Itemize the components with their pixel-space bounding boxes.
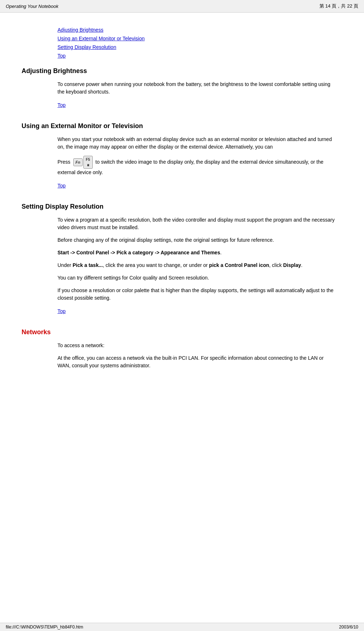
display-resolution-paragraph-3: You can try different settings for Color… — [57, 274, 335, 282]
section-heading-display-resolution: Setting Display Resolution — [22, 203, 342, 210]
start-control-panel-text: Start -> Control Panel -> Pick a categor… — [57, 250, 220, 255]
external-monitor-paragraph: When you start your notebook with an ext… — [57, 136, 335, 151]
section-heading-brightness: Adjusting Brightness — [22, 67, 342, 75]
pick-control-panel-bold: pick a Control Panel icon — [209, 262, 269, 268]
toc-link-display-resolution[interactable]: Setting Display Resolution — [57, 44, 342, 50]
keyboard-shortcut: Fn F5🖥 — [73, 156, 93, 169]
header-page: 第 14 頁，共 22 頁 — [319, 3, 358, 9]
brightness-paragraph: To conserve power when running your note… — [57, 81, 335, 96]
top-link-display-resolution[interactable]: Top — [57, 308, 66, 314]
page-footer: file:///C:\WINDOWS\TEMP\_hb84F0.htm 2003… — [0, 623, 364, 631]
toc-link-external-monitor[interactable]: Using an External Monitor or Television — [57, 36, 342, 41]
press-text-after: to switch the video image to the display… — [57, 159, 323, 175]
section-body-display-resolution: To view a program at a specific resoluti… — [57, 216, 335, 320]
main-content: Adjusting Brightness Using an External M… — [0, 13, 364, 382]
display-resolution-paragraph-2: Before changing any of the original disp… — [57, 236, 335, 244]
pick-task-bold: Pick a task... — [73, 262, 103, 268]
press-text-before: Press — [57, 159, 72, 165]
display-resolution-paragraph-1: To view a program at a specific resoluti… — [57, 216, 335, 231]
fn-key: Fn — [73, 158, 83, 167]
section-heading-external-monitor: Using an External Monitor or Television — [22, 122, 342, 130]
display-resolution-bold-paragraph: Start -> Control Panel -> Pick a categor… — [57, 249, 335, 257]
footer-url: file:///C:\WINDOWS\TEMP\_hb84F0.htm — [6, 625, 83, 630]
footer-date: 2003/6/10 — [339, 625, 358, 630]
section-body-external-monitor: When you start your notebook with an ext… — [57, 136, 335, 194]
bold-paragraph-suffix: . — [220, 250, 222, 255]
section-body-networks: To access a network: At the office, you … — [57, 342, 335, 369]
toc-link-adjusting-brightness[interactable]: Adjusting Brightness — [57, 27, 342, 33]
networks-paragraph-2: At the office, you can access a network … — [57, 354, 335, 369]
pick-task-paragraph: Under Pick a task..., click the area you… — [57, 262, 335, 269]
header-title: Operating Your Notebook — [6, 4, 58, 9]
toc-link-top[interactable]: Top — [57, 53, 342, 59]
display-bold: Display — [283, 262, 301, 268]
page-header: Operating Your Notebook 第 14 頁，共 22 頁 — [0, 0, 364, 13]
f5-key: F5🖥 — [83, 156, 93, 169]
section-heading-networks: Networks — [22, 328, 342, 336]
section-body-brightness: To conserve power when running your note… — [57, 81, 335, 114]
press-line: Press Fn F5🖥 to switch the video image t… — [57, 156, 335, 176]
top-link-external-monitor[interactable]: Top — [57, 183, 66, 189]
toc-links: Adjusting Brightness Using an External M… — [57, 27, 342, 59]
top-link-brightness[interactable]: Top — [57, 102, 66, 108]
display-resolution-paragraph-4: If you choose a resolution or color pale… — [57, 287, 335, 302]
networks-paragraph-1: To access a network: — [57, 342, 335, 349]
